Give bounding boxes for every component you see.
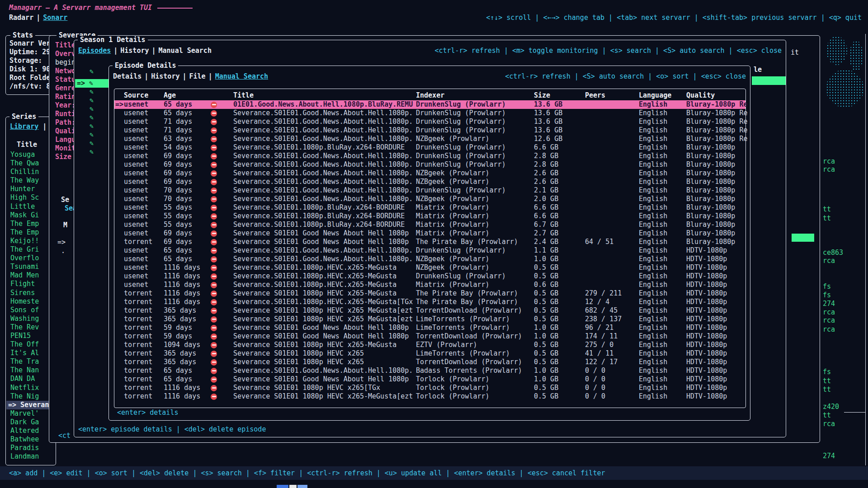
series-list-item[interactable]: Sons of: [6, 306, 54, 314]
release-row[interactable]: torrent65 daysSeverance S01E01 Good News…: [114, 375, 745, 384]
release-row[interactable]: usenet69 daysSeverance.S01E01.Good.News.…: [114, 160, 745, 169]
tab-sonarr[interactable]: Sonarr: [43, 14, 67, 22]
episode-tab-file[interactable]: File: [189, 72, 206, 80]
series-list-item[interactable]: Washing: [6, 314, 54, 323]
release-row[interactable]: torrent365 daysSeverance S01E01 1080p HE…: [114, 306, 745, 315]
release-row[interactable]: usenet70 daysSeverance.S01E01.Good.News.…: [114, 186, 745, 195]
release-row[interactable]: torrent59 daysSeverance S01E01 Good News…: [114, 324, 745, 332]
release-row[interactable]: usenet70 daysSeverance.S01E01.Good.News.…: [114, 195, 745, 203]
release-row[interactable]: torrent1116 daysSeverance S01E01 1080p H…: [114, 392, 745, 401]
release-row[interactable]: torrent1116 daysSeverance.S01E01.1080p.H…: [114, 298, 745, 306]
release-cell: usenet: [124, 281, 148, 289]
release-cell: 69 days: [164, 178, 192, 186]
series-list-item[interactable]: Homeste: [6, 297, 54, 306]
series-list-item[interactable]: Chillin: [6, 168, 54, 176]
release-row[interactable]: torrent1116 daysSeverance S01E01 1080p H…: [114, 384, 745, 392]
series-column-header: Title: [17, 141, 37, 149]
series-list-item[interactable]: The Emp: [6, 220, 54, 228]
column-header-age[interactable]: Age: [164, 91, 176, 99]
series-field-label: Runti: [55, 110, 75, 118]
release-row[interactable]: usenet71 daysSeverance.S01E01.Good.News.…: [114, 126, 745, 135]
column-header-size[interactable]: Size: [534, 91, 550, 99]
release-row[interactable]: usenet55 daysSeverance.S01E01.1080p.BluR…: [114, 203, 745, 212]
episode-tab-history[interactable]: History: [151, 72, 179, 80]
release-row[interactable]: usenet69 daysSeverance.S01E01.Good.News.…: [114, 178, 745, 186]
column-header-language[interactable]: Language: [639, 91, 671, 99]
series-list-item[interactable]: The Gri: [6, 245, 54, 254]
series-list-item[interactable]: Mask Gi: [6, 211, 54, 220]
release-cell: Bluray-1080p Re: [686, 126, 747, 135]
release-row[interactable]: usenet54 daysSeverance.S01E01.1080p.BluR…: [114, 143, 745, 152]
series-list-item[interactable]: Sirens: [6, 289, 54, 297]
season-tab-episodes[interactable]: Episodes: [78, 47, 111, 55]
column-header-indexer[interactable]: Indexer: [416, 91, 444, 99]
release-row[interactable]: usenet69 daysSeverance.S01E01.Good.News.…: [114, 152, 745, 160]
release-cell: NZBgeek (Prowlarr): [416, 178, 490, 186]
series-list-item[interactable]: The Tra: [6, 357, 54, 366]
series-list-item[interactable]: Yosuga: [6, 150, 54, 159]
release-row[interactable]: torrent365 daysSeverance S01E01 1080p HE…: [114, 349, 745, 358]
series-list-item[interactable]: High Sc: [6, 193, 54, 202]
column-header-title[interactable]: Title: [233, 91, 254, 99]
release-row[interactable]: usenet63 daysSeverance.S01E01.Good.News.…: [114, 135, 745, 143]
release-row[interactable]: torrent365 daysSeverance S01E01 1080p HE…: [114, 358, 745, 366]
series-list-item[interactable]: Flight: [6, 280, 54, 288]
column-header-source[interactable]: Source: [124, 91, 148, 99]
series-list-item[interactable]: The Nig: [6, 392, 54, 401]
release-row[interactable]: torrent69 daysSeverance S01E01 Good News…: [114, 238, 745, 246]
series-list-item[interactable]: Batwhee: [6, 435, 54, 444]
season-tab-history[interactable]: History: [120, 47, 149, 55]
series-list-item[interactable]: Dark Ga: [6, 418, 54, 427]
series-list-item[interactable]: Hunter: [6, 185, 54, 193]
release-row[interactable]: usenet65 daysSeverance.S01E01.Good.News.…: [114, 255, 745, 263]
series-list-item[interactable]: DAN DA: [6, 375, 54, 383]
series-list-item[interactable]: It's Al: [6, 349, 54, 357]
series-list-item[interactable]: Paradis: [6, 444, 54, 452]
episodes-selected-row-fragment[interactable]: => ✎: [75, 79, 108, 88]
series-list-item[interactable]: Tsunami: [6, 263, 54, 271]
scrollbar-thumb[interactable]: [792, 234, 814, 242]
series-list-item[interactable]: Netflix: [6, 384, 54, 392]
season-tab-manual-search[interactable]: Manual Search: [159, 47, 212, 55]
series-list-item[interactable]: The Way: [6, 176, 54, 185]
episode-tab-details[interactable]: Details: [113, 72, 142, 80]
release-row[interactable]: =>usenet65 days01E01.Good.News.About.Hel…: [114, 100, 745, 109]
release-row[interactable]: torrent365 daysSeverance S01E01 1080p HE…: [114, 315, 745, 324]
release-row[interactable]: usenet65 daysSeverance.S01E01.Good.News.…: [114, 246, 745, 255]
series-list-item[interactable]: The Rev: [6, 323, 54, 332]
release-row[interactable]: torrent65 daysSeverance.S01E01.Good.News…: [114, 366, 745, 375]
tab-radarr[interactable]: Radarr: [9, 14, 33, 22]
column-header-peers[interactable]: Peers: [585, 91, 605, 99]
release-row[interactable]: usenet55 daysSeverance.S01E01.1080p.BluR…: [114, 212, 745, 221]
column-header-quality[interactable]: Quality: [686, 91, 715, 99]
release-row[interactable]: usenet71 daysSeverance.S01E01.Good.News.…: [114, 117, 745, 126]
release-row[interactable]: usenet69 daysSeverance S01E01 Good News …: [114, 229, 745, 238]
release-row[interactable]: torrent59 daysSeverance S01E01 Good News…: [114, 332, 745, 341]
release-row[interactable]: usenet69 daysSeverance.S01E01.Good.News.…: [114, 169, 745, 178]
series-list-item[interactable]: PEN15: [6, 332, 54, 340]
series-list-item[interactable]: The Off: [6, 340, 54, 349]
release-row[interactable]: usenet1116 daysSeverance.S01E01.1080p.HE…: [114, 281, 745, 289]
series-list-item[interactable]: Landman: [6, 452, 54, 461]
episode-tab-manual-search[interactable]: Manual Search: [215, 72, 268, 80]
release-cell: usenet: [124, 117, 148, 126]
series-list-item[interactable]: The Qwa: [6, 159, 54, 168]
release-row[interactable]: usenet1116 daysSeverance.S01E01.1080p.HE…: [114, 272, 745, 281]
series-list-item[interactable]: Overflo: [6, 254, 54, 263]
release-row[interactable]: usenet65 daysSeverance.S01E01.Good.News.…: [114, 109, 745, 117]
release-row[interactable]: usenet55 daysSeverance.S01E01.1080p.BluR…: [114, 221, 745, 229]
series-list-item[interactable]: The Emp: [6, 228, 54, 237]
series-list-item[interactable]: Marvel': [6, 409, 54, 418]
series-list-item[interactable]: => Severan: [6, 401, 54, 409]
series-list-item[interactable]: Altered: [6, 427, 54, 435]
series-list-item[interactable]: The Nan: [6, 366, 54, 375]
series-list-item[interactable]: Little: [6, 202, 54, 211]
series-list-item[interactable]: Mad Men: [6, 271, 54, 280]
release-row[interactable]: torrent1116 daysSeverance S01E01 1080p H…: [114, 289, 745, 298]
release-cell: Severance S01E01 1080p HEVC x265 MeGusta…: [233, 306, 413, 315]
release-cell: Miatrix (Prowlarr): [416, 229, 490, 238]
release-row[interactable]: usenet1116 daysSeverance.S01E01.1080p.HE…: [114, 263, 745, 272]
series-list-item[interactable]: Keijo!!: [6, 237, 54, 245]
tab-library[interactable]: Library: [10, 122, 38, 131]
release-row[interactable]: torrent1094 daysSeverance S01E01 1080p H…: [114, 341, 745, 349]
